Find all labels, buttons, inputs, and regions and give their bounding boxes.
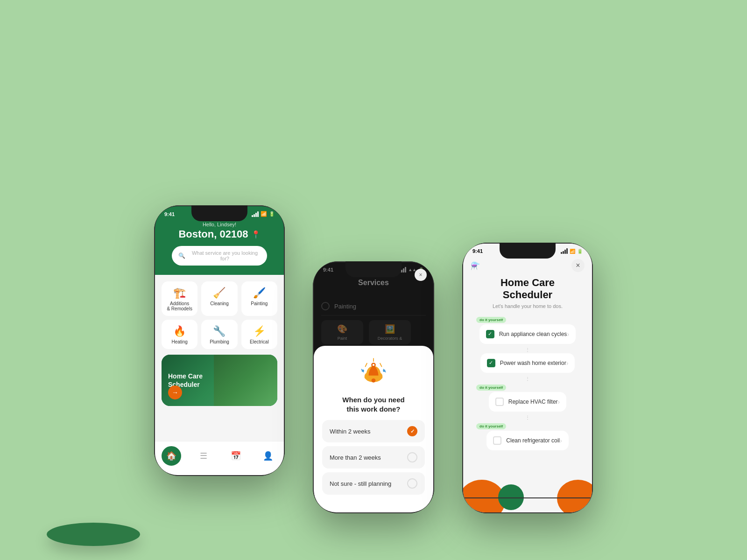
task-label-hvac: Replace HVAC filter <box>508 399 558 405</box>
task-group-hvac: do it yourself Replace HVAC filter › <box>470 382 585 414</box>
service-painting[interactable]: 🖌️ Painting <box>241 281 277 316</box>
heating-icon: 🔥 <box>165 325 194 337</box>
task-appliance[interactable]: ✓ Run appliance clean cycles › <box>479 324 576 344</box>
task-group-appliance: do it yourself ✓ Run appliance clean cyc… <box>470 315 585 347</box>
bell-icon-container <box>322 355 425 390</box>
service-label-cleaning: Cleaning <box>210 301 228 306</box>
modal-question: When do you need this work done? <box>322 395 425 413</box>
painting-icon: 🖌️ <box>245 287 274 299</box>
nav-list[interactable]: ☰ <box>194 446 213 466</box>
service-cleaning[interactable]: 🧹 Cleaning <box>201 281 237 316</box>
svg-line-8 <box>366 364 367 367</box>
check-fridge <box>493 436 501 445</box>
greeting-text: Hello, Lindsey! <box>164 222 275 227</box>
status-bar-1: 9:41 📶 🔋 <box>155 206 284 219</box>
task-powerwash[interactable]: ✓ Power wash home exterior › <box>480 353 575 373</box>
option-notsure[interactable]: Not sure - still planning <box>322 472 425 495</box>
check-powerwash: ✓ <box>487 359 495 367</box>
signal-icon-3 <box>561 248 568 254</box>
chevron-hvac: › <box>558 398 560 406</box>
task-group-powerwash: ✓ Power wash home exterior › <box>470 353 585 376</box>
time-1: 9:41 <box>164 211 175 217</box>
nav-profile[interactable]: 👤 <box>258 446 278 466</box>
check-hvac <box>495 398 504 406</box>
phone-1-screen: 9:41 📶 🔋 Hello, Lindsey! <box>155 206 284 475</box>
bottom-nav: 🏠 ☰ 📅 👤 <box>155 441 284 475</box>
banner-trees <box>214 355 277 406</box>
search-placeholder: What service are you looking for? <box>189 250 261 261</box>
nav-home[interactable]: 🏠 <box>162 446 181 466</box>
task-fridge[interactable]: Clean refrigerator coil › <box>486 431 568 450</box>
phone-1: 9:41 📶 🔋 Hello, Lindsey! <box>154 205 285 476</box>
modal-sheet: × <box>314 346 433 512</box>
task-hvac[interactable]: Replace HVAC filter › <box>489 392 567 412</box>
option-within2[interactable]: Within 2 weeks <box>322 420 425 442</box>
time-3: 9:41 <box>472 248 483 254</box>
pedestal <box>47 523 140 546</box>
blob-orange-right <box>557 480 592 512</box>
blob-line <box>463 497 592 498</box>
service-additions[interactable]: 🏗️ Additions & Remodels <box>162 281 197 316</box>
service-grid: 🏗️ Additions & Remodels 🧹 Cleaning 🖌️ Pa… <box>162 281 277 349</box>
option-notsure-radio <box>407 478 417 489</box>
status-bar-3: 9:41 📶 🔋 <box>463 244 592 256</box>
phone3-header: ⚗️ × <box>463 256 592 277</box>
diy-badge-fridge: do it yourself <box>476 423 506 429</box>
status-icons-1: 📶 🔋 <box>252 211 275 217</box>
task-group-fridge: do it yourself Clean refrigerator coil › <box>470 421 585 453</box>
signal-icon <box>252 211 259 217</box>
option-within2-radio <box>407 426 417 436</box>
phone2-content: 9:41 ▲▲ 🔋 Services <box>314 262 433 512</box>
chevron-appliance: › <box>567 330 569 338</box>
option-more2-radio <box>407 452 417 462</box>
task-label-powerwash: Power wash home exterior <box>500 360 566 366</box>
electrical-icon: ⚡ <box>245 325 274 337</box>
task-left-hvac: Replace HVAC filter <box>495 398 558 406</box>
option-notsure-label: Not sure - still planning <box>330 480 391 487</box>
nav-calendar[interactable]: 📅 <box>226 446 246 466</box>
service-electrical[interactable]: ⚡ Electrical <box>241 320 277 349</box>
svg-point-3 <box>372 364 375 367</box>
search-bar[interactable]: 🔍 What service are you looking for? <box>172 246 267 266</box>
task-label-fridge: Clean refrigerator coil <box>506 437 560 444</box>
scheduler-subtitle: Let's handle your home to dos. <box>471 303 585 309</box>
chevron-powerwash: › <box>566 359 569 367</box>
task-left-powerwash: ✓ Power wash home exterior <box>487 359 566 367</box>
filter-icon[interactable]: ⚗️ <box>471 261 480 270</box>
svg-line-9 <box>380 364 382 367</box>
close-button-3[interactable]: × <box>571 259 585 272</box>
service-heating[interactable]: 🔥 Heating <box>162 320 197 349</box>
plumbing-icon: 🔧 <box>205 325 233 337</box>
battery-icon: 🔋 <box>269 211 275 217</box>
bell-svg-icon <box>357 355 390 388</box>
dots-1: ⋮ <box>470 348 585 352</box>
phone1-body: 🏗️ Additions & Remodels 🧹 Cleaning 🖌️ Pa… <box>155 275 284 441</box>
service-plumbing[interactable]: 🔧 Plumbing <box>201 320 237 349</box>
phone-2-screen: 9:41 ▲▲ 🔋 Services <box>314 262 433 512</box>
phone3-title-section: Home Care Scheduler Let's handle your ho… <box>463 277 592 315</box>
svg-point-2 <box>372 378 376 383</box>
diy-badge-hvac: do it yourself <box>476 385 506 391</box>
modal-close-button[interactable]: × <box>415 269 427 281</box>
diy-badge-appliance: do it yourself <box>476 317 506 323</box>
wifi-icon: 📶 <box>261 211 267 217</box>
service-label-plumbing: Plumbing <box>210 339 229 344</box>
option-within2-label: Within 2 weeks <box>330 428 370 435</box>
task-left-fridge: Clean refrigerator coil <box>493 436 560 445</box>
banner-card[interactable]: Home Care Scheduler → <box>162 355 277 406</box>
scene: 9:41 📶 🔋 Hello, Lindsey! <box>0 0 747 560</box>
phone3-bottom-decoration <box>463 470 592 512</box>
svg-rect-1 <box>365 376 383 379</box>
battery-icon-3: 🔋 <box>577 249 583 254</box>
service-label-additions: Additions & Remodels <box>167 301 192 311</box>
phone-3-screen: 9:41 📶 🔋 ⚗️ × <box>463 244 592 512</box>
task-left-appliance: ✓ Run appliance clean cycles <box>486 330 567 338</box>
service-label-painting: Painting <box>251 301 268 306</box>
status-icons-3: 📶 🔋 <box>561 248 583 254</box>
search-icon: 🔍 <box>178 252 185 259</box>
chevron-fridge: › <box>560 437 562 444</box>
task-label-appliance: Run appliance clean cycles <box>499 331 567 337</box>
banner-arrow-button[interactable]: → <box>168 385 182 399</box>
location-pin-icon: 📍 <box>251 230 261 239</box>
option-more2[interactable]: More than 2 weeks <box>322 446 425 469</box>
